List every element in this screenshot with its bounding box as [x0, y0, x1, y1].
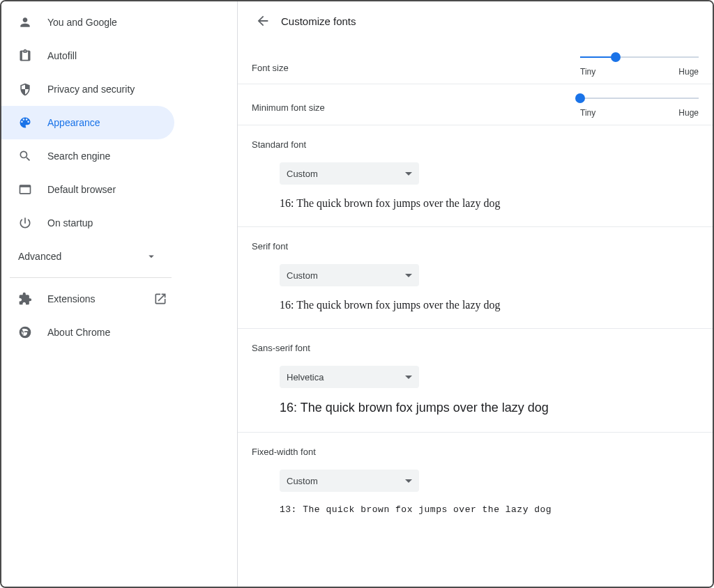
font-size-row: Font size Tiny Huge	[238, 40, 713, 84]
dropdown-value: Custom	[287, 169, 318, 179]
chevron-down-icon	[405, 376, 412, 379]
standard-font-dropdown[interactable]: Custom	[280, 162, 419, 185]
back-button[interactable]	[250, 8, 275, 33]
sans-serif-font-label: Sans-serif font	[252, 343, 699, 353]
chevron-down-icon	[145, 250, 158, 263]
main-content: Customize fonts Font size Tiny Huge	[238, 1, 713, 587]
sidebar-item-label: Extensions	[47, 293, 95, 304]
serif-font-section: Serif font Custom 16: The quick brown fo…	[238, 227, 713, 329]
serif-font-preview: 16: The quick brown fox jumps over the l…	[280, 299, 699, 311]
slider-min-label: Tiny	[580, 67, 595, 77]
sidebar-item-label: Search engine	[47, 150, 110, 162]
sidebar-item-appearance[interactable]: Appearance	[1, 106, 174, 139]
sidebar-advanced-toggle[interactable]: Advanced	[1, 240, 174, 273]
sidebar-item-label: Autofill	[47, 50, 77, 61]
fixed-width-font-dropdown[interactable]: Custom	[280, 470, 419, 492]
slider-max-label: Huge	[678, 108, 699, 118]
browser-icon	[18, 183, 32, 196]
sidebar-item-label: On startup	[47, 217, 93, 229]
serif-font-label: Serif font	[252, 241, 699, 252]
sidebar-divider	[10, 277, 172, 278]
sidebar-item-default-browser[interactable]: Default browser	[1, 173, 237, 206]
sidebar-item-on-startup[interactable]: On startup	[1, 206, 237, 240]
fixed-width-font-preview: 13: The quick brown fox jumps over the l…	[280, 504, 699, 515]
standard-font-preview: 16: The quick brown fox jumps over the l…	[280, 197, 699, 210]
dropdown-value: Helvetica	[287, 372, 324, 382]
power-icon	[18, 216, 32, 230]
settings-sidebar: You and Google Autofill Privacy and secu…	[1, 1, 237, 587]
min-font-size-slider[interactable]	[580, 91, 699, 105]
sans-serif-font-preview: 16: The quick brown fox jumps over the l…	[280, 401, 699, 415]
sidebar-item-privacy[interactable]: Privacy and security	[1, 72, 237, 106]
chevron-down-icon	[405, 479, 412, 483]
sidebar-item-search-engine[interactable]: Search engine	[1, 139, 237, 173]
sans-serif-font-dropdown[interactable]: Helvetica	[280, 366, 419, 388]
page-title: Customize fonts	[281, 15, 356, 27]
standard-font-section: Standard font Custom 16: The quick brown…	[238, 125, 713, 227]
min-font-size-row: Minimum font size Tiny Huge	[238, 84, 713, 125]
advanced-label: Advanced	[18, 251, 61, 262]
sidebar-item-autofill[interactable]: Autofill	[1, 39, 237, 72]
chevron-down-icon	[405, 274, 412, 277]
sidebar-item-label: Default browser	[47, 184, 116, 195]
min-font-size-label: Minimum font size	[252, 84, 325, 113]
sidebar-item-label: About Chrome	[47, 327, 110, 338]
palette-icon	[18, 116, 32, 130]
sans-serif-font-section: Sans-serif font Helvetica 16: The quick …	[238, 329, 713, 433]
fixed-width-font-label: Fixed-width font	[252, 447, 699, 457]
sidebar-item-extensions[interactable]: Extensions	[1, 282, 237, 316]
extension-icon	[18, 292, 32, 306]
font-size-slider[interactable]	[580, 50, 699, 64]
chrome-icon	[18, 325, 32, 339]
sidebar-item-about-chrome[interactable]: About Chrome	[1, 316, 237, 349]
standard-font-label: Standard font	[252, 139, 699, 150]
open-in-new-icon	[153, 292, 167, 306]
serif-font-dropdown[interactable]: Custom	[280, 264, 419, 286]
dropdown-value: Custom	[287, 476, 318, 486]
dropdown-value: Custom	[287, 270, 318, 281]
slider-thumb[interactable]	[611, 52, 621, 62]
settings-window: You and Google Autofill Privacy and secu…	[0, 0, 714, 588]
chevron-down-icon	[405, 172, 412, 176]
person-icon	[18, 15, 32, 29]
sidebar-item-label: You and Google	[47, 17, 117, 28]
page-header: Customize fonts	[238, 1, 713, 40]
slider-max-label: Huge	[678, 67, 699, 77]
slider-thumb[interactable]	[575, 93, 585, 103]
shield-icon	[18, 82, 32, 96]
search-icon	[18, 149, 32, 163]
arrow-back-icon	[255, 13, 271, 29]
sidebar-item-label: Privacy and security	[47, 84, 135, 95]
slider-min-label: Tiny	[580, 108, 595, 118]
fixed-width-font-section: Fixed-width font Custom 13: The quick br…	[238, 433, 713, 532]
sidebar-item-label: Appearance	[47, 117, 100, 128]
clipboard-icon	[18, 49, 32, 63]
font-size-label: Font size	[252, 40, 289, 73]
sidebar-item-you-and-google[interactable]: You and Google	[1, 6, 237, 39]
